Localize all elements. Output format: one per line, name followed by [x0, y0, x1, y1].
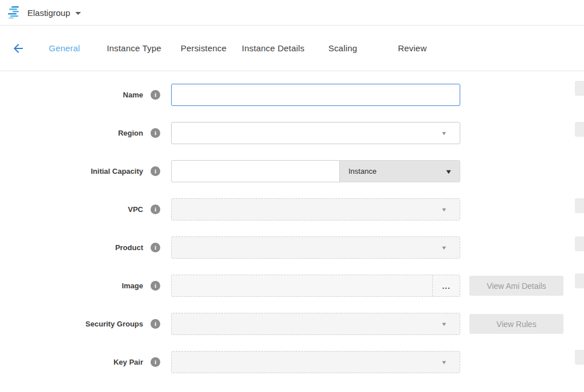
info-icon[interactable]: i: [151, 90, 160, 100]
region-label: Region: [118, 129, 143, 137]
product-select: ▼: [171, 236, 460, 259]
info-icon[interactable]: i: [151, 205, 160, 214]
name-label: Name: [123, 91, 143, 99]
tab-general[interactable]: General: [30, 43, 99, 53]
image-label: Image: [121, 281, 143, 290]
tab-instance-details[interactable]: Instance Details: [238, 43, 308, 53]
form-row-product: Product i ▼: [0, 236, 584, 259]
wizard-tabs: General Instance Type Persistence Instan…: [30, 43, 447, 53]
capacity-unit-value: Instance: [348, 167, 376, 175]
back-arrow-icon[interactable]: [11, 42, 25, 55]
form-row-name: Name i: [0, 84, 584, 106]
wizard-tabbar: General Instance Type Persistence Instan…: [0, 26, 584, 71]
image-input-disabled: ...: [171, 275, 460, 297]
app-title[interactable]: Elastigroup: [27, 8, 70, 18]
name-input[interactable]: [171, 84, 460, 106]
cropped-edge-element: [575, 198, 584, 213]
info-icon[interactable]: i: [151, 128, 160, 138]
cropped-edge-element: [575, 273, 584, 288]
elastigroup-logo-icon: [8, 6, 22, 19]
initial-capacity-label: Initial Capacity: [91, 167, 143, 175]
vpc-select: ▼: [171, 198, 460, 220]
form-row-security-groups: Security Groups i ▼ View Rules: [0, 313, 584, 335]
cropped-edge-element: [575, 236, 584, 251]
info-icon[interactable]: i: [151, 357, 160, 367]
tab-instance-type[interactable]: Instance Type: [99, 43, 169, 53]
tab-scaling[interactable]: Scaling: [308, 43, 378, 53]
chevron-down-icon: ▼: [441, 130, 447, 136]
form-row-key-pair: Key Pair i ▼: [0, 351, 584, 373]
security-groups-select: ▼: [171, 313, 460, 335]
form-row-image: Image i ... View Ami Details: [0, 275, 584, 297]
info-icon[interactable]: i: [151, 243, 160, 252]
chevron-down-icon: ▼: [441, 207, 447, 212]
form-row-initial-capacity: Initial Capacity i Instance ▼: [0, 160, 584, 182]
info-icon[interactable]: i: [151, 281, 160, 291]
image-browse-button[interactable]: ...: [432, 275, 460, 296]
app-header: Elastigroup: [0, 0, 584, 26]
vpc-label: VPC: [128, 205, 143, 214]
security-groups-label: Security Groups: [86, 320, 143, 328]
tab-review[interactable]: Review: [378, 43, 447, 53]
cropped-edge-element: [575, 350, 584, 365]
key-pair-label: Key Pair: [113, 358, 143, 366]
chevron-down-icon[interactable]: [75, 12, 81, 15]
view-ami-details-button[interactable]: View Ami Details: [469, 276, 563, 296]
key-pair-select: ▼: [171, 351, 460, 373]
elastigroup-create-wizard: Elastigroup General Instance Type Persis…: [0, 0, 584, 392]
info-icon[interactable]: i: [151, 166, 160, 176]
tab-persistence[interactable]: Persistence: [169, 43, 238, 53]
chevron-down-icon: ▼: [441, 360, 447, 365]
cropped-edge-element: [575, 81, 584, 96]
product-label: Product: [115, 243, 143, 252]
view-rules-button[interactable]: View Rules: [469, 314, 563, 334]
chevron-down-icon: ▼: [445, 168, 453, 174]
chevron-down-icon: ▼: [441, 321, 447, 326]
form-row-region: Region i ▼: [0, 122, 584, 144]
initial-capacity-input[interactable]: [171, 160, 340, 182]
cropped-edge-element: [575, 122, 584, 137]
general-settings-form: Name i Region i ▼ Initial Capacity: [0, 71, 584, 373]
capacity-unit-select[interactable]: Instance ▼: [340, 160, 460, 182]
form-row-vpc: VPC i ▼: [0, 198, 584, 220]
info-icon[interactable]: i: [151, 319, 160, 329]
region-select[interactable]: ▼: [171, 122, 460, 144]
chevron-down-icon: ▼: [441, 245, 447, 250]
